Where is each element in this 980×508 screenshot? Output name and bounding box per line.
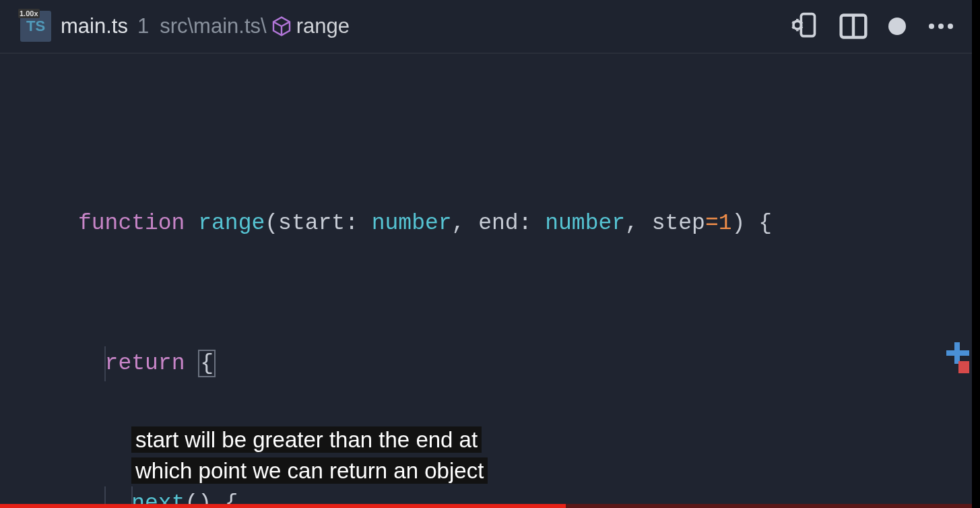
bracket-match-open: { [198,350,216,377]
caption-line: which point we can return an object [131,457,488,484]
video-progress-fill [0,504,566,508]
caption-line: start will be greater than the end at [131,426,482,453]
svg-point-1 [793,21,802,29]
svg-rect-0 [801,14,814,36]
dirty-indicator-icon[interactable] [888,18,906,35]
breadcrumb-symbol[interactable]: range [296,14,350,38]
run-settings-icon[interactable] [789,11,818,41]
add-marker-icon [946,350,969,356]
symbol-function-icon [271,15,292,37]
tab-group: 1.00x TS main.ts 1 src\main.ts\ range [20,11,350,42]
file-type-badge: 1.00x TS [20,11,51,42]
tab-filename[interactable]: main.ts [61,14,128,38]
code-line[interactable]: return { [0,346,976,381]
playback-speed-tag: 1.00x [18,9,40,18]
editor-actions [789,11,968,41]
error-marker-icon [958,361,969,373]
video-progress-bar[interactable] [0,504,976,508]
file-type-text: TS [26,18,45,35]
split-editor-icon[interactable] [839,11,868,41]
tab-bar: 1.00x TS main.ts 1 src\main.ts\ range [0,0,976,54]
tab-problem-count: 1 [137,14,149,38]
window-edge [972,0,976,508]
more-actions-icon[interactable] [926,24,956,29]
caption-overlay: start will be greater than the end at wh… [131,424,488,486]
editor-window: 1.00x TS main.ts 1 src\main.ts\ range [0,0,976,508]
overview-ruler[interactable] [946,337,973,377]
breadcrumb-path[interactable]: src\main.ts\ [160,14,266,38]
code-line[interactable]: function range(start: number, end: numbe… [0,206,976,241]
